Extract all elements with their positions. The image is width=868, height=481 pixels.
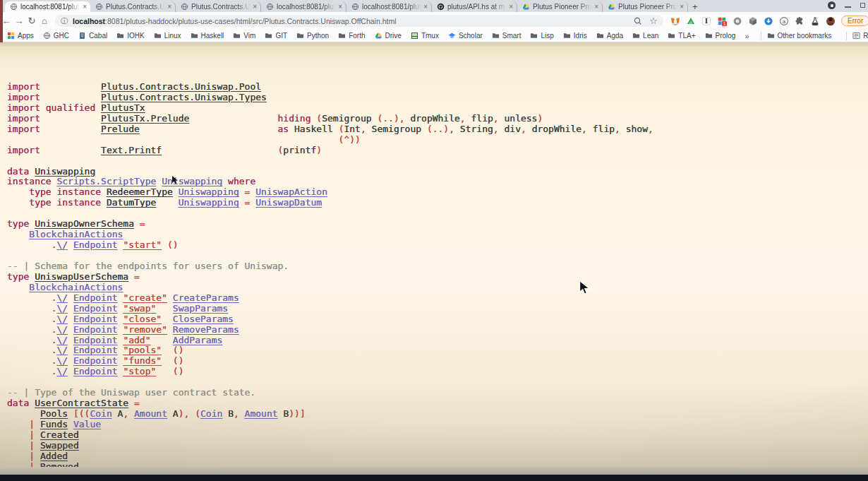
code-line: | Swapped: [7, 441, 653, 451]
home-button[interactable]: ⌂: [38, 16, 51, 25]
bookmark-cabal[interactable]: Cabal: [78, 32, 107, 40]
mountain-extension-icon[interactable]: [686, 16, 696, 26]
bookmark-vim[interactable]: Vim: [233, 32, 255, 40]
zoom-icon[interactable]: [633, 16, 643, 26]
bottom-gray-band: [0, 467, 868, 475]
code-line: (^)): [7, 135, 653, 146]
tab-close-icon[interactable]: ×: [423, 4, 428, 11]
tab-search-icon[interactable]: [828, 1, 836, 9]
folder-icon: [154, 32, 162, 40]
minimize-button[interactable]: [845, 6, 851, 8]
drive-favicon: [522, 3, 530, 11]
letter-i-extension-icon[interactable]: I: [701, 16, 711, 26]
code-line: import qualified PlutusTx: [7, 103, 653, 114]
browser-tab-7[interactable]: Plutus Pioneer Progr×: [603, 1, 688, 12]
bookmark-smart[interactable]: Smart: [492, 32, 522, 40]
tab-close-icon[interactable]: ×: [680, 4, 684, 11]
code-line: import Plutus.Contracts.Uniswap.Pool: [7, 82, 653, 93]
code-line: | Funds Value: [7, 420, 653, 430]
download-arrow-extension-icon[interactable]: [764, 16, 773, 26]
gray-circle-extension-icon[interactable]: [733, 16, 742, 26]
code-line: .\/ Endpoint "create" CreateParams: [7, 293, 653, 304]
flask-extension-icon[interactable]: [810, 16, 820, 26]
tab-title: Plutus.Contracts.Unis: [191, 3, 250, 11]
folder-icon: [705, 32, 713, 40]
tab-close-icon[interactable]: ×: [338, 4, 342, 11]
bookmark-forth[interactable]: Forth: [338, 32, 365, 40]
code-line: .\/ Endpoint "add" AddParams: [7, 335, 653, 346]
bookmark-ghc[interactable]: GHC: [43, 32, 69, 40]
bookmark-label: Lisp: [541, 32, 553, 40]
bookmark-lisp[interactable]: Lisp: [530, 32, 553, 40]
bookmark-label: Forth: [349, 32, 365, 40]
bookmark-label: Tmux: [421, 32, 439, 40]
bookmark-drive[interactable]: Drive: [375, 32, 402, 40]
error-badge[interactable]: Error: [841, 16, 868, 26]
bookmark-label: Drive: [385, 32, 402, 40]
book-icon: [78, 32, 86, 40]
extensions-puzzle-icon[interactable]: [795, 16, 804, 26]
folder-icon: [338, 32, 346, 40]
bookmark-star-icon[interactable]: ☆: [649, 16, 658, 25]
grid-extension-icon[interactable]: 1: [717, 16, 727, 26]
browser-window: localhost:8081/plutu×Plutus.Contracts.Un…: [0, 0, 868, 481]
address-bar[interactable]: ⓘ localhost:8081/plutus-haddock/plutus-u…: [55, 15, 663, 27]
bookmark-tla-[interactable]: TLA+: [668, 32, 695, 40]
folder-icon: [596, 32, 604, 40]
browser-tab-0[interactable]: localhost:8081/plutu×: [5, 1, 90, 12]
restore-button[interactable]: [860, 3, 865, 8]
profile-avatar[interactable]: [826, 16, 836, 26]
code-line: .\/ Endpoint "stop" (): [7, 367, 653, 377]
browser-tab-5[interactable]: plutus/API.hs at mas×: [432, 1, 517, 12]
bookmark-tmux[interactable]: Tmux: [411, 32, 439, 40]
bookmarks-overflow-chevron[interactable]: »: [745, 32, 749, 40]
code-line: -- | Schema for the endpoints for users …: [7, 261, 653, 272]
bookmark-label: Lean: [643, 32, 658, 40]
bookmark-lean[interactable]: Lean: [632, 32, 658, 40]
browser-tab-3[interactable]: localhost:8081/plutu×: [261, 1, 346, 12]
cube-extension-icon[interactable]: [748, 16, 758, 26]
browser-tab-6[interactable]: Plutus Pioneer Progr×: [517, 1, 603, 12]
bookmark-iohk[interactable]: IOHK: [116, 32, 144, 40]
bookmark-agda[interactable]: Agda: [596, 32, 623, 40]
reload-button[interactable]: ↻: [25, 16, 38, 25]
bookmark-scholar[interactable]: Scholar: [448, 32, 483, 40]
folder-icon: [668, 32, 675, 40]
tab-close-icon[interactable]: ×: [253, 4, 257, 11]
bookmark-python[interactable]: Python: [296, 32, 329, 40]
metamask-icon[interactable]: [670, 16, 680, 26]
divider: [761, 32, 761, 40]
letter-a-extension-icon[interactable]: a: [779, 16, 789, 26]
tab-title: Plutus.Contracts.Unis: [106, 3, 164, 11]
bookmark-git[interactable]: GIT: [265, 32, 287, 40]
code-line: [7, 251, 653, 261]
browser-tab-2[interactable]: Plutus.Contracts.Unis×: [176, 1, 261, 12]
screen-edge-strip: [0, 0, 3, 42]
forward-button[interactable]: →: [13, 16, 25, 25]
bookmark-idris[interactable]: Idris: [563, 32, 587, 40]
tab-close-icon[interactable]: ×: [509, 4, 513, 11]
code-line: [7, 208, 653, 219]
tmux-icon: [411, 32, 418, 40]
bookmark-label: Vim: [243, 32, 255, 40]
new-tab-button[interactable]: +: [692, 2, 698, 11]
other-bookmarks[interactable]: Other bookmarks: [767, 32, 832, 40]
browser-tab-4[interactable]: localhost:8081/plutu×: [346, 1, 432, 12]
folder-icon: [632, 32, 640, 40]
code-line: import Prelude as Haskell (Int, Semigrou…: [7, 124, 653, 135]
globe-favicon: [181, 3, 188, 11]
url-text: localhost:8081/plutus-haddock/plutus-use…: [73, 17, 397, 25]
bookmark-haskell[interactable]: Haskell: [191, 32, 224, 40]
tab-close-icon[interactable]: ×: [594, 4, 598, 11]
reading-list[interactable]: Reading list: [852, 32, 868, 40]
svg-text:I: I: [705, 17, 708, 25]
bookmark-linux[interactable]: Linux: [154, 32, 181, 40]
bookmark-label: Cabal: [89, 32, 107, 40]
code-line: | Added: [7, 451, 653, 462]
page-info-icon[interactable]: ⓘ: [61, 16, 68, 26]
browser-tab-1[interactable]: Plutus.Contracts.Unis×: [90, 1, 176, 12]
tab-close-icon[interactable]: ×: [83, 4, 87, 11]
bookmark-apps[interactable]: Apps: [7, 32, 34, 40]
bookmark-prolog[interactable]: Prolog: [705, 32, 736, 40]
tab-close-icon[interactable]: ×: [167, 4, 171, 11]
